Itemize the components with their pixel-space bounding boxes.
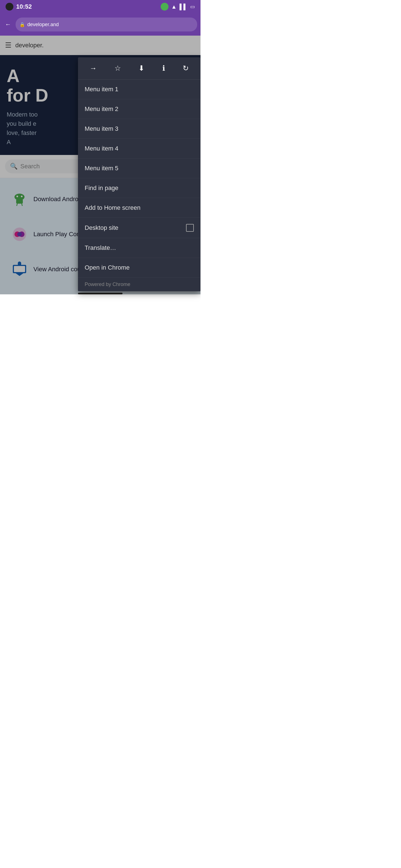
translate-item[interactable]: Translate…: [78, 238, 200, 258]
menu-item-3[interactable]: Menu item 3: [78, 119, 200, 139]
menu-bookmark-button[interactable]: ☆: [111, 62, 124, 75]
menu-item-2[interactable]: Menu item 2: [78, 99, 200, 119]
browser-toolbar: ← 🔒 developer.and: [0, 13, 200, 36]
menu-toolbar: → ☆ ⬇ ℹ ↻: [78, 57, 200, 80]
desktop-site-item[interactable]: Desktop site: [78, 218, 200, 238]
find-in-page-item[interactable]: Find in page: [78, 178, 200, 198]
status-circle: [161, 3, 169, 10]
open-in-chrome-item[interactable]: Open in Chrome: [78, 258, 200, 278]
menu-forward-button[interactable]: →: [86, 62, 100, 75]
wifi-icon: ▲: [171, 4, 177, 10]
url-text: developer.and: [27, 22, 59, 28]
menu-item-4[interactable]: Menu item 4: [78, 139, 200, 159]
url-bar[interactable]: 🔒 developer.and: [16, 18, 197, 31]
menu-footer-text: Powered by Chrome: [85, 282, 130, 287]
menu-refresh-button[interactable]: ↻: [179, 62, 192, 75]
menu-download-button[interactable]: ⬇: [135, 62, 148, 75]
status-bar: 10:52 ▲ ▌▌ ▭: [0, 0, 200, 13]
add-to-home-screen-item[interactable]: Add to Home screen: [78, 198, 200, 218]
desktop-site-checkbox[interactable]: [186, 224, 194, 232]
context-menu: → ☆ ⬇ ℹ ↻ Menu item 1 Menu item 2 Menu i…: [78, 57, 200, 291]
menu-info-button[interactable]: ℹ: [159, 62, 169, 75]
menu-footer: Powered by Chrome: [78, 278, 200, 291]
signal-icon: ▌▌: [180, 4, 188, 10]
battery-icon: ▭: [190, 4, 195, 10]
status-dot: [6, 3, 13, 10]
back-button[interactable]: ←: [3, 19, 13, 30]
lock-icon: 🔒: [20, 22, 25, 27]
menu-item-5[interactable]: Menu item 5: [78, 159, 200, 178]
status-time: 10:52: [16, 3, 32, 10]
menu-item-1[interactable]: Menu item 1: [78, 80, 200, 99]
page-content: ☰ developer. A for D Modern too you buil…: [0, 36, 200, 294]
